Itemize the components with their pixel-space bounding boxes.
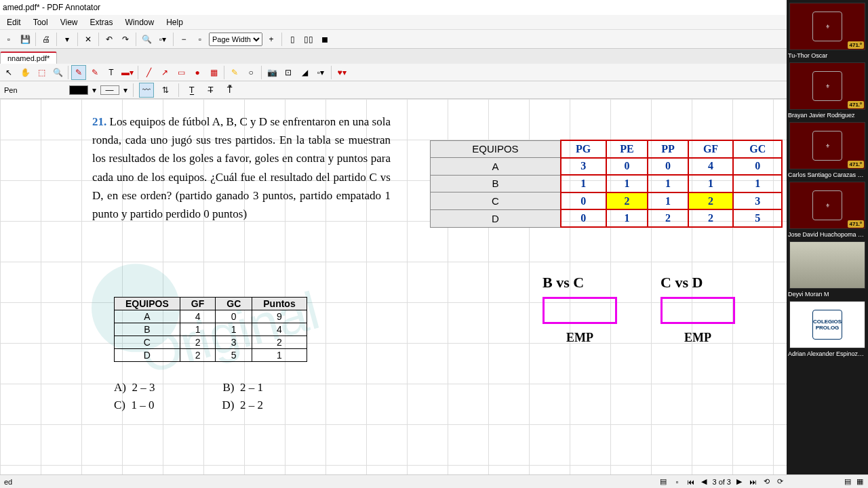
pressure-button[interactable]: ⇅ bbox=[158, 83, 173, 98]
layout-single-button[interactable]: ▯ bbox=[285, 32, 300, 47]
new-button[interactable]: ▫ bbox=[1, 32, 16, 47]
table-cell: B bbox=[115, 323, 180, 336]
table-cell: D bbox=[115, 349, 180, 362]
choice-a-label: A) bbox=[114, 381, 126, 394]
crest-icon: ⚜ bbox=[812, 131, 842, 161]
participant-tile[interactable]: COLEGIOS PROLOG Adrian Alexander Espinoz… bbox=[787, 298, 868, 358]
hand-cell: 1 bbox=[648, 175, 688, 192]
highlight-tool[interactable]: ▬▾ bbox=[120, 65, 135, 80]
rect-tool[interactable]: ▭ bbox=[174, 65, 189, 80]
color-dropdown-icon[interactable]: ▾ bbox=[92, 85, 96, 95]
separator bbox=[224, 66, 224, 79]
favorite-tool[interactable]: ♥▾ bbox=[334, 65, 349, 80]
zoom-out-button[interactable]: − bbox=[176, 32, 191, 47]
table-header: Puntos bbox=[252, 298, 307, 310]
hand-cell: 2 bbox=[606, 192, 648, 210]
pen-width-swatch[interactable]: ― bbox=[100, 85, 119, 95]
choice-c-value: 1 – 0 bbox=[132, 399, 155, 411]
hand-cell: 1 bbox=[688, 175, 734, 192]
zoom-in-button[interactable]: + bbox=[264, 32, 279, 47]
undo-button[interactable]: ↶ bbox=[102, 32, 117, 47]
crop-tool[interactable]: ⊡ bbox=[281, 65, 296, 80]
choice-a-value: 2 – 3 bbox=[132, 381, 155, 394]
participant-tile[interactable]: ⚜ 471.º Tu-Thor Oscar bbox=[787, 0, 868, 60]
page-view-icon[interactable]: ▫ bbox=[671, 476, 682, 487]
hand-rowh: A bbox=[431, 158, 561, 176]
thumb-view-icon[interactable]: ▤ bbox=[658, 476, 669, 487]
zoom-tool[interactable]: 🔍 bbox=[50, 65, 65, 80]
pointer-tool[interactable]: ↖ bbox=[1, 65, 16, 80]
text-squiggle-button[interactable]: T͌ bbox=[222, 83, 237, 98]
hand-cell: 1 bbox=[606, 175, 648, 192]
cut-button[interactable]: ✕ bbox=[81, 32, 96, 47]
fit-page-button[interactable]: ▫ bbox=[193, 32, 208, 47]
participants-panel: ⚜ 471.º Tu-Thor Oscar ⚜ 471.º Brayan Jav… bbox=[787, 0, 868, 474]
next-page-button[interactable]: ▶ bbox=[734, 476, 745, 487]
pen-tool[interactable]: ✎ bbox=[71, 65, 86, 80]
hand-cell: 0 bbox=[606, 158, 648, 176]
nav-back-button[interactable]: ⟲ bbox=[761, 476, 772, 487]
stamp-tool[interactable]: ▫▾ bbox=[313, 65, 328, 80]
view-mode-2-icon[interactable]: ▦ bbox=[854, 476, 865, 487]
hand-header: GC bbox=[733, 140, 782, 158]
menu-tool[interactable]: Tool bbox=[28, 16, 54, 28]
cvd-result: EMP bbox=[660, 331, 735, 345]
video-thumb bbox=[790, 242, 865, 288]
search-button[interactable]: 🔍 bbox=[139, 32, 154, 47]
document-canvas[interactable]: Original 21. Los equipos de fútbol A, B,… bbox=[0, 99, 787, 474]
prev-page-button[interactable]: ◀ bbox=[698, 476, 709, 487]
participant-name: Brayan Javier Rodriguez bbox=[788, 112, 867, 119]
cvd-title: C vs D bbox=[660, 274, 735, 291]
select-tool[interactable]: ⬚ bbox=[34, 65, 49, 80]
redo-button[interactable]: ↷ bbox=[118, 32, 133, 47]
text-strike-button[interactable]: T̶ bbox=[203, 83, 218, 98]
first-page-button[interactable]: ⏮ bbox=[685, 476, 696, 487]
hand-cell: 0 bbox=[648, 158, 688, 176]
arrow-tool[interactable]: ↗ bbox=[157, 65, 172, 80]
line-tool[interactable]: ╱ bbox=[141, 65, 156, 80]
open-button[interactable]: ▾ bbox=[60, 32, 75, 47]
participant-tile[interactable]: Deyvi Moran M bbox=[787, 239, 868, 298]
shape-tool[interactable]: ▦ bbox=[206, 65, 221, 80]
zoom-select[interactable]: Page Width bbox=[209, 33, 262, 46]
participant-name: Tu-Thor Oscar bbox=[788, 52, 867, 59]
width-dropdown-icon[interactable]: ▾ bbox=[123, 85, 127, 95]
text-underline-button[interactable]: T̲ bbox=[184, 83, 199, 98]
marker-tool[interactable]: ✎ bbox=[87, 65, 102, 80]
menu-edit[interactable]: Edit bbox=[1, 16, 26, 28]
last-page-button[interactable]: ⏭ bbox=[747, 476, 758, 487]
table-cell: 2 bbox=[180, 336, 215, 349]
camera-tool[interactable]: 📷 bbox=[264, 65, 279, 80]
table-cell: 1 bbox=[252, 349, 307, 362]
separator bbox=[133, 83, 134, 97]
status-left: ed bbox=[0, 478, 16, 486]
nav-forward-button[interactable]: ⟳ bbox=[774, 476, 785, 487]
text-tool[interactable]: T bbox=[104, 65, 119, 80]
highlighter-tool[interactable]: ✎ bbox=[227, 65, 242, 80]
crest-icon: ⚜ bbox=[812, 71, 842, 101]
status-bar: ed ▤ ▫ ⏮ ◀ 3 of 3 ▶ ⏭ ⟲ ⟳ ▤ ▦ bbox=[0, 474, 868, 488]
menu-view[interactable]: View bbox=[55, 16, 83, 28]
auto-smooth-button[interactable]: 〰 bbox=[139, 83, 154, 98]
document-tab[interactable]: nnamed.pdf* bbox=[0, 52, 57, 64]
ellipse-tool[interactable]: ● bbox=[190, 65, 205, 80]
participant-tile[interactable]: ⚜ 471.º Jose David Huachopoma Pac bbox=[787, 179, 868, 239]
table-cell: A bbox=[115, 310, 180, 323]
layout-full-button[interactable]: ◼ bbox=[317, 32, 332, 47]
menu-extras[interactable]: Extras bbox=[85, 16, 119, 28]
save-button[interactable]: 💾 bbox=[18, 32, 33, 47]
participant-tile[interactable]: ⚜ 471.º Carlos Santiago Carazas Vela bbox=[787, 119, 868, 179]
layout-double-button[interactable]: ▯▯ bbox=[301, 32, 316, 47]
view-mode-1-icon[interactable]: ▤ bbox=[842, 476, 853, 487]
hand-tool[interactable]: ✋ bbox=[18, 65, 33, 80]
print-button[interactable]: 🖨 bbox=[39, 32, 54, 47]
participant-tile[interactable]: ⚜ 471.º Brayan Javier Rodriguez bbox=[787, 60, 868, 119]
menu-help[interactable]: Help bbox=[161, 16, 189, 28]
bookmark-button[interactable]: ▫▾ bbox=[155, 32, 170, 47]
pen-color-swatch[interactable] bbox=[69, 85, 88, 95]
prolog-logo-icon: COLEGIOS PROLOG bbox=[812, 310, 842, 340]
menu-window[interactable]: Window bbox=[120, 16, 160, 28]
eraser-tool[interactable]: ◢ bbox=[297, 65, 312, 80]
hand-cell: 3 bbox=[733, 192, 782, 210]
lasso-tool[interactable]: ○ bbox=[243, 65, 258, 80]
